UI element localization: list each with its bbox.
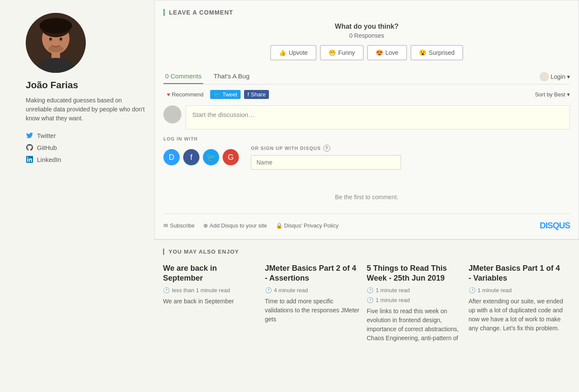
login-twitter-button[interactable]: 🐦 <box>203 149 219 165</box>
article-excerpt-2: Five links to read this week on evolutio… <box>367 307 462 343</box>
subscribe-link[interactable]: ✉ Subscribe <box>163 222 195 229</box>
surprised-emoji: 😮 <box>419 49 426 56</box>
svg-point-9 <box>48 45 63 52</box>
login-with-section: LOG IN WITH D f 🐦 G <box>163 136 570 170</box>
funny-button[interactable]: 😁 Funny <box>320 45 364 60</box>
add-disqus-circle-icon: ⊕ <box>203 222 208 229</box>
sort-button[interactable]: Sort by Best ▾ <box>535 91 570 98</box>
facebook-f-icon: f <box>190 153 192 162</box>
read-time-0: less than 1 minute read <box>172 287 230 293</box>
login-facebook-button[interactable]: f <box>183 149 199 165</box>
article-meta-2: 🕐 1 minute read <box>367 287 462 293</box>
article-card-2[interactable]: 5 Things to Read This Week - 25th Jun 20… <box>367 263 469 350</box>
upvote-button[interactable]: 👍 Upvote <box>270 45 316 60</box>
read-time-2: 1 minute read <box>376 287 410 293</box>
clock-icon-0: 🕐 <box>163 287 170 293</box>
twitter-bird-icon: 🐦 <box>206 153 216 162</box>
article-meta-2b: 🕐 1 minute read <box>367 297 462 303</box>
also-enjoy-header: YOU MAY ALSO ENJOY <box>163 248 570 255</box>
recommend-label: Recommend <box>172 91 204 98</box>
github-icon <box>26 144 33 151</box>
name-input[interactable] <box>251 155 401 170</box>
leave-comment-header: LEAVE A COMMENT <box>163 9 570 16</box>
clock-icon-2b: 🕐 <box>367 297 374 303</box>
surprised-label: Surprised <box>429 49 455 56</box>
article-excerpt-1: Time to add more specific validations to… <box>265 297 360 324</box>
commenter-avatar <box>163 105 181 123</box>
responses-count: 0 Responses <box>163 32 570 39</box>
add-disqus-label: Add Disqus to your site <box>210 222 267 229</box>
svg-point-7 <box>60 38 62 40</box>
article-card-3[interactable]: JMeter Basics Part 1 of 4 - Variables 🕐 … <box>469 263 571 350</box>
github-label: GitHub <box>37 144 57 151</box>
help-icon[interactable]: ? <box>323 145 330 152</box>
login-label: Login <box>551 73 565 80</box>
also-enjoy-section: YOU MAY ALSO ENJOY We are back in Septem… <box>154 240 579 358</box>
subscribe-label: Subscribe <box>170 222 195 229</box>
comments-section: LEAVE A COMMENT What do you think? 0 Res… <box>154 0 579 239</box>
sidebar: João Farias Making educated guesses base… <box>0 0 154 392</box>
log-in-with-label: LOG IN WITH <box>163 136 570 141</box>
article-excerpt-0: We are back in September <box>163 297 258 306</box>
avatar-container <box>26 13 146 73</box>
main-content: LEAVE A COMMENT What do you think? 0 Res… <box>154 0 579 392</box>
subscribe-envelope-icon: ✉ <box>163 222 168 229</box>
love-button[interactable]: 😍 Love <box>367 45 407 60</box>
discussion-area: Start the discussion… <box>163 105 570 129</box>
read-time-3: 1 minute read <box>478 287 512 293</box>
author-name: João Farias <box>26 80 146 91</box>
login-disqus-button[interactable]: D <box>163 149 180 165</box>
article-meta-0: 🕐 less than 1 minute read <box>163 287 258 293</box>
love-label: Love <box>386 49 398 56</box>
svg-point-6 <box>50 38 52 40</box>
linkedin-icon <box>26 156 33 163</box>
privacy-policy-link[interactable]: 🔒 Disqus' Privacy Policy <box>276 222 339 229</box>
login-avatar-icon <box>540 72 549 81</box>
tab-bug[interactable]: That's A Bug <box>212 69 251 84</box>
twitter-label: Twitter <box>37 132 56 139</box>
sidebar-item-github[interactable]: GitHub <box>26 144 146 151</box>
linkedin-label: LinkedIn <box>37 156 61 163</box>
privacy-policy-label: Disqus' Privacy Policy <box>284 222 339 229</box>
sort-dropdown-icon: ▾ <box>567 91 570 98</box>
heart-icon: ♥ <box>167 91 170 98</box>
share-button[interactable]: f Share <box>244 90 269 99</box>
recommend-button[interactable]: ♥ Recommend <box>163 90 207 99</box>
article-card-0[interactable]: We are back in September 🕐 less than 1 m… <box>163 263 265 350</box>
article-meta-1: 🕐 4 minute read <box>265 287 360 293</box>
sidebar-item-twitter[interactable]: Twitter <box>26 132 146 139</box>
add-disqus-link[interactable]: ⊕ Add Disqus to your site <box>203 222 267 229</box>
read-time-2b: 1 minute read <box>376 297 410 303</box>
disqus-footer: ✉ Subscribe ⊕ Add Disqus to your site 🔒 … <box>163 213 570 230</box>
upvote-emoji: 👍 <box>279 49 286 56</box>
login-icons-row: D f 🐦 G OR SIGN UP WITH DISQUS ? <box>163 145 570 170</box>
article-card-1[interactable]: JMeter Basics Part 2 of 4 - Assertions 🕐… <box>265 263 367 350</box>
articles-grid: We are back in September 🕐 less than 1 m… <box>163 263 570 350</box>
funny-emoji: 😁 <box>329 49 336 56</box>
privacy-lock-icon: 🔒 <box>276 222 283 229</box>
login-dropdown-icon: ▾ <box>567 73 570 80</box>
first-to-comment: Be the first to comment. <box>163 177 570 213</box>
social-links: Twitter GitHub <box>26 132 146 163</box>
clock-icon-3: 🕐 <box>469 287 476 293</box>
tweet-label: Tweet <box>222 91 237 98</box>
disqus-logo: DISQUS <box>540 221 570 230</box>
login-google-button[interactable]: G <box>223 149 239 165</box>
facebook-icon: f <box>247 91 249 98</box>
disqus-d-icon: D <box>169 153 175 162</box>
comment-actions-row: ♥ Recommend 🐦 Tweet f Share Sort by Best… <box>163 90 570 99</box>
tab-comments[interactable]: 0 Comments <box>163 69 203 84</box>
comment-tabs-bar: 0 Comments That's A Bug Login ▾ <box>163 69 570 84</box>
read-time-1: 4 minute read <box>274 287 308 293</box>
or-signup-container: OR SIGN UP WITH DISQUS ? <box>251 145 401 170</box>
surprised-button[interactable]: 😮 Surprised <box>410 45 463 60</box>
login-button[interactable]: Login ▾ <box>540 72 570 81</box>
sidebar-item-linkedin[interactable]: LinkedIn <box>26 156 146 163</box>
article-meta-3: 🕐 1 minute read <box>469 287 564 293</box>
author-bio: Making educated guesses based on unrelia… <box>26 96 146 123</box>
share-label: Share <box>251 91 266 98</box>
google-g-icon: G <box>228 153 234 162</box>
tweet-bird-icon: 🐦 <box>214 91 220 98</box>
discussion-input[interactable]: Start the discussion… <box>186 105 570 129</box>
tweet-button[interactable]: 🐦 Tweet <box>210 90 241 99</box>
